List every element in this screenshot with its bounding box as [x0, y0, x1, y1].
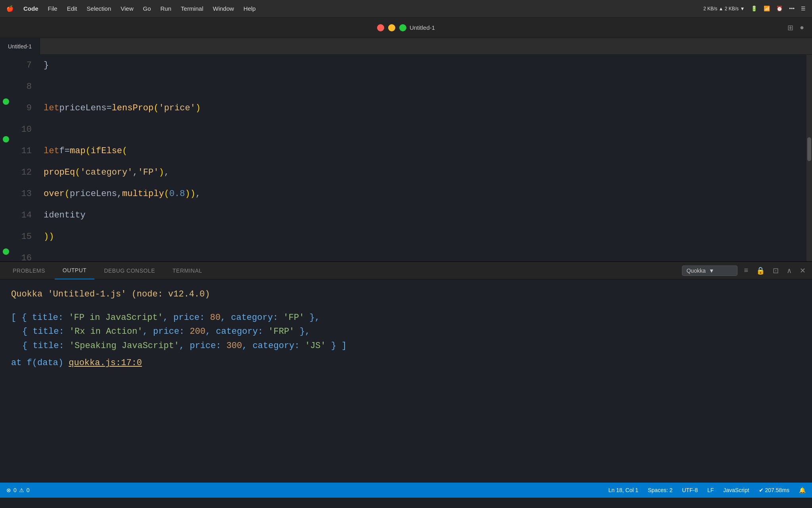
line-number: 12 — [12, 162, 32, 183]
code-token: let — [44, 140, 59, 162]
code-token: map — [70, 140, 86, 162]
tab-debug-console[interactable]: DEBUG CONSOLE — [96, 262, 163, 279]
lock-icon[interactable]: 🔒 — [755, 265, 766, 277]
tab-title: Untitled-1 — [8, 43, 32, 50]
panel-content: Quokka 'Untitled-1.js' (node: v12.4.0) [… — [0, 279, 812, 483]
output-block: [ { title: 'FP in JavaScript', price: 80… — [11, 311, 801, 370]
editor-tab[interactable]: Untitled-1 — [0, 38, 40, 55]
chevron-up-icon[interactable]: ∧ — [785, 265, 793, 277]
close-panel-icon[interactable]: ✕ — [798, 265, 807, 277]
menu-selection[interactable]: Selection — [87, 5, 111, 12]
code-token: ifElse — [91, 140, 122, 162]
warning-icon: ⚠ — [19, 487, 24, 493]
circle-icon[interactable]: ● — [800, 23, 804, 32]
panel-tabs: PROBLEMS OUTPUT DEBUG CONSOLE TERMINAL Q… — [0, 262, 812, 279]
breakpoint-dot — [3, 136, 9, 142]
menu-view[interactable]: View — [121, 5, 133, 12]
copy-icon[interactable]: ⊡ — [771, 265, 780, 277]
code-line: )) — [44, 226, 812, 248]
status-bar: ⊗ 0 ⚠ 0 Ln 18, Col 1 Spaces: 2 UTF-8 LF … — [0, 483, 812, 498]
editor-area: 7891011121314151617 }let priceLens = len… — [0, 55, 812, 261]
title-bar: Untitled-1 ⊞ ● — [0, 17, 812, 38]
line-number: 11 — [12, 140, 32, 162]
menu-edit[interactable]: Edit — [67, 5, 77, 12]
code-token: , — [164, 162, 169, 183]
editor-scrollbar[interactable] — [806, 55, 812, 261]
battery-icon: 🔋 — [751, 6, 757, 12]
cursor-position[interactable]: Ln 18, Col 1 — [608, 487, 638, 493]
warning-count: 0 — [27, 487, 30, 493]
code-token: , — [132, 162, 138, 183]
code-token: = — [106, 98, 111, 119]
menu-run[interactable]: Run — [161, 5, 172, 12]
more-icon[interactable]: ••• — [789, 6, 795, 12]
gutter-item — [0, 73, 12, 92]
tab-terminal[interactable]: TERMINAL — [165, 262, 210, 279]
apple-menu[interactable]: 🍎 — [6, 5, 14, 12]
gutter-item — [0, 111, 12, 130]
indentation[interactable]: Spaces: 2 — [648, 487, 672, 493]
line-number: 15 — [12, 226, 32, 248]
code-token: )) — [44, 226, 54, 248]
gutter-item — [0, 186, 12, 205]
error-count: 0 — [13, 487, 17, 493]
code-token: )) — [185, 183, 195, 205]
line-numbers: 7891011121314151617 — [12, 55, 40, 261]
close-button[interactable] — [377, 24, 384, 31]
menu-right-area: 2 KB/s ▲ 2 KB/s ▼ 🔋 📶 ⏰ ••• ☰ — [703, 6, 806, 12]
output-line-4: at f(data) quokka.js:17:0 — [11, 356, 801, 370]
line-ending[interactable]: LF — [707, 487, 714, 493]
editor-gutter — [0, 55, 12, 261]
code-token: 0.8 — [169, 183, 185, 205]
output-panel: PROBLEMS OUTPUT DEBUG CONSOLE TERMINAL Q… — [0, 261, 812, 483]
code-token: 'price' — [159, 98, 195, 119]
language-mode[interactable]: JavaScript — [723, 487, 749, 493]
gutter-item — [0, 92, 12, 111]
minimize-button[interactable] — [388, 24, 395, 31]
quokka-file-link[interactable]: quokka.js:17:0 — [69, 358, 142, 368]
menu-help[interactable]: Help — [243, 5, 256, 12]
encoding[interactable]: UTF-8 — [682, 487, 698, 493]
clear-output-icon[interactable]: ≡ — [742, 265, 750, 276]
code-token: ( — [164, 183, 169, 205]
menu-code[interactable]: Code — [23, 5, 38, 12]
code-line: let f = map(ifElse( — [44, 140, 812, 162]
menu-terminal[interactable]: Terminal — [181, 5, 203, 12]
tab-problems[interactable]: PROBLEMS — [5, 262, 53, 279]
code-token: let — [44, 98, 59, 119]
line-number: 16 — [12, 248, 32, 261]
output-line-1: [ { title: 'FP in JavaScript', price: 80… — [11, 311, 801, 325]
menu-go[interactable]: Go — [143, 5, 151, 12]
code-token: } — [44, 55, 49, 76]
maximize-button[interactable] — [399, 24, 406, 31]
quokka-dropdown[interactable]: Quokka ▼ — [682, 266, 737, 276]
tab-bar: Untitled-1 — [0, 38, 812, 55]
list-icon[interactable]: ☰ — [801, 6, 806, 12]
network-speed: 2 KB/s ▲ 2 KB/s ▼ — [703, 6, 745, 12]
code-line: over(priceLens, multiply(0.8)), — [44, 183, 812, 205]
code-line — [44, 76, 812, 98]
menu-window[interactable]: Window — [213, 5, 234, 12]
code-line — [44, 248, 812, 261]
gutter-item — [0, 148, 12, 167]
quokka-dropdown-label: Quokka — [686, 267, 705, 274]
split-editor-icon[interactable]: ⊞ — [787, 23, 793, 32]
window-title: Untitled-1 — [410, 24, 435, 31]
error-icon: ⊗ — [6, 487, 11, 493]
panel-tab-right: Quokka ▼ ≡ 🔒 ⊡ ∧ ✕ — [682, 265, 807, 277]
notifications-icon[interactable]: 🔔 — [799, 487, 806, 493]
code-content[interactable]: }let priceLens = lensProp('price')let f … — [40, 55, 812, 261]
error-indicator[interactable]: ⊗ 0 ⚠ 0 — [6, 487, 30, 493]
scrollbar-thumb[interactable] — [807, 137, 811, 161]
breakpoint-dot — [3, 98, 9, 105]
code-line: propEq('category', 'FP'), — [44, 162, 812, 183]
tab-output[interactable]: OUTPUT — [55, 262, 95, 279]
code-token: ( — [86, 140, 91, 162]
clock: ⏰ — [776, 6, 783, 12]
menu-file[interactable]: File — [48, 5, 57, 12]
code-line: } — [44, 55, 812, 76]
line-number: 7 — [12, 55, 32, 76]
code-token: priceLens, — [70, 183, 122, 205]
gutter-item — [0, 205, 12, 223]
code-token: ) — [195, 98, 201, 119]
